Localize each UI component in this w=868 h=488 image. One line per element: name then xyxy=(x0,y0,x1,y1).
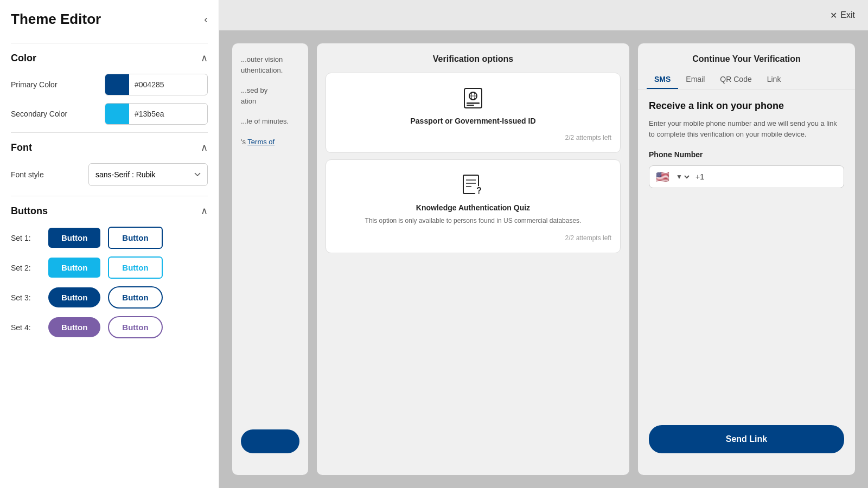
tab-sms[interactable]: SMS xyxy=(647,70,678,89)
tab-link[interactable]: Link xyxy=(760,70,789,89)
chevron-up-icon: ∧ xyxy=(201,52,208,64)
theme-editor-title: Theme Editor xyxy=(11,11,101,28)
tab-qrcode[interactable]: QR Code xyxy=(712,70,759,89)
secondary-color-label: Secondary Color xyxy=(11,110,67,118)
terms-link[interactable]: Terms of xyxy=(247,138,275,146)
buttons-section: Buttons ∧ Set 1: Button Button Set 2: Bu… xyxy=(11,196,208,338)
set2-label: Set 2: xyxy=(11,264,41,272)
passport-card-title: Passport or Government-Issued ID xyxy=(410,117,535,125)
left-panel-text1: ...outer visionuthentication. xyxy=(241,54,299,75)
country-select[interactable]: ▼ xyxy=(674,172,691,181)
passport-icon xyxy=(459,84,487,112)
tabs-row: SMS Email QR Code Link xyxy=(638,70,855,89)
set1-outline-button[interactable]: Button xyxy=(108,227,162,249)
left-panel-text3: ...le of minutes. xyxy=(241,116,299,127)
font-style-label: Font style xyxy=(11,170,44,179)
primary-color-input-group xyxy=(105,74,208,95)
theme-editor-header: Theme Editor ‹ xyxy=(11,11,208,28)
right-panel-title: Continue Your Verification xyxy=(638,43,855,70)
button-set-3-row: Set 3: Button Button xyxy=(11,286,208,309)
font-section: Font ∧ Font style sans-Serif : Rubik ser… xyxy=(11,132,208,186)
button-set-1-row: Set 1: Button Button xyxy=(11,227,208,249)
right-panel: Continue Your Verification SMS Email QR … xyxy=(638,43,855,475)
collapse-panel-button[interactable]: ‹ xyxy=(204,13,208,25)
set4-filled-button[interactable]: Button xyxy=(48,317,100,337)
buttons-section-header[interactable]: Buttons ∧ xyxy=(11,205,208,217)
buttons-section-title: Buttons xyxy=(11,206,48,217)
secondary-color-swatch[interactable] xyxy=(105,103,129,125)
left-panel-text2: ...sed byation xyxy=(241,85,299,106)
font-style-select[interactable]: sans-Serif : Rubik serif : Georgia monos… xyxy=(88,163,208,186)
passport-card[interactable]: Passport or Government-Issued ID 2/2 att… xyxy=(326,73,621,153)
color-section: Color ∧ Primary Color Secondary Color xyxy=(11,43,208,125)
primary-color-swatch[interactable] xyxy=(105,74,129,95)
secondary-color-input-group xyxy=(105,103,208,125)
svg-rect-4 xyxy=(467,102,480,104)
color-section-header[interactable]: Color ∧ xyxy=(11,52,208,64)
left-panel-action-button[interactable] xyxy=(241,429,299,453)
left-panel: ...outer visionuthentication. ...sed bya… xyxy=(232,43,308,475)
color-section-title: Color xyxy=(11,53,36,64)
phone-number-input[interactable] xyxy=(709,172,837,181)
phone-number-label: Phone Number xyxy=(649,150,844,159)
svg-text:?: ? xyxy=(476,186,482,195)
set3-outline-button[interactable]: Button xyxy=(108,286,162,309)
primary-color-label: Primary Color xyxy=(11,80,58,89)
set1-label: Set 1: xyxy=(11,234,41,242)
set2-filled-button[interactable]: Button xyxy=(48,258,100,278)
tab-email[interactable]: Email xyxy=(678,70,712,89)
primary-color-hex-input[interactable] xyxy=(129,80,208,89)
theme-editor-panel: Theme Editor ‹ Color ∧ Primary Color Sec… xyxy=(0,0,219,488)
set3-label: Set 3: xyxy=(11,293,41,302)
quiz-card-attempts: 2/2 attempts left xyxy=(565,234,611,242)
font-section-title: Font xyxy=(11,142,32,153)
set4-outline-button[interactable]: Button xyxy=(108,316,162,338)
left-panel-terms-text: 's Terms of xyxy=(241,137,299,147)
quiz-card[interactable]: ? Knowledge Authentication Quiz This opt… xyxy=(326,159,621,253)
sms-description: Enter your mobile phone number and we wi… xyxy=(649,118,844,139)
set3-filled-button[interactable]: Button xyxy=(48,287,100,307)
right-panel-body: Receive a link on your phone Enter your … xyxy=(638,89,855,475)
send-link-button[interactable]: Send Link xyxy=(649,425,844,453)
set1-filled-button[interactable]: Button xyxy=(48,228,100,248)
phone-input-row: 🇺🇸 ▼ +1 xyxy=(649,165,844,188)
quiz-card-desc: This option is only available to persons… xyxy=(365,216,582,226)
button-set-2-row: Set 2: Button Button xyxy=(11,256,208,279)
us-flag-icon: 🇺🇸 xyxy=(656,170,669,183)
button-set-4-row: Set 4: Button Button xyxy=(11,316,208,338)
font-row: Font style sans-Serif : Rubik serif : Ge… xyxy=(11,163,208,186)
exit-button[interactable]: ✕ Exit xyxy=(830,10,855,21)
svg-rect-5 xyxy=(467,105,474,106)
verification-options-title: Verification options xyxy=(317,43,629,73)
verification-cards-list: Passport or Government-Issued ID 2/2 att… xyxy=(317,73,629,475)
country-code: +1 xyxy=(695,172,704,181)
quiz-card-title: Knowledge Authentication Quiz xyxy=(416,203,530,212)
close-icon: ✕ xyxy=(830,10,837,21)
secondary-color-row: Secondary Color xyxy=(11,103,208,125)
middle-panel: Verification options Passport or Governm… xyxy=(317,43,629,475)
chevron-up-buttons-icon: ∧ xyxy=(201,205,208,217)
secondary-color-hex-input[interactable] xyxy=(129,110,208,118)
main-content: ...outer visionuthentication. ...sed bya… xyxy=(219,30,868,488)
quiz-icon: ? xyxy=(459,171,487,199)
chevron-up-font-icon: ∧ xyxy=(201,142,208,153)
sms-title: Receive a link on your phone xyxy=(649,100,844,112)
exit-label: Exit xyxy=(840,10,855,20)
set2-outline-button[interactable]: Button xyxy=(108,256,162,279)
passport-card-attempts: 2/2 attempts left xyxy=(565,134,611,142)
primary-color-row: Primary Color xyxy=(11,74,208,95)
set4-label: Set 4: xyxy=(11,323,41,332)
font-section-header[interactable]: Font ∧ xyxy=(11,142,208,153)
